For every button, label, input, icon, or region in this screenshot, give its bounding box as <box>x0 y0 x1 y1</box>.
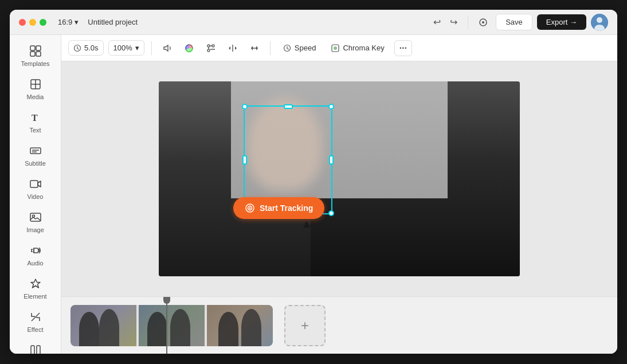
effects-button[interactable] <box>202 41 220 56</box>
color-wheel-button[interactable] <box>181 41 198 56</box>
audio-label: Audio <box>27 260 43 267</box>
speed-icon <box>283 44 292 53</box>
sync-button[interactable] <box>475 15 491 29</box>
handle-top-mid[interactable] <box>284 104 293 109</box>
aspect-ratio-label: 16:9 <box>58 18 72 26</box>
subtitle-label: Subtitle <box>25 160 46 167</box>
cursor-indicator: ▲ <box>301 218 312 229</box>
avatar <box>591 14 608 31</box>
svg-point-1 <box>482 21 484 24</box>
sidebar-item-templates[interactable]: Templates <box>13 40 58 72</box>
svg-point-24 <box>212 45 214 47</box>
sidebar-item-video[interactable]: Video <box>13 173 58 205</box>
svg-rect-16 <box>30 181 38 187</box>
svg-rect-13 <box>30 148 41 154</box>
more-options-button[interactable]: ··· <box>394 40 412 56</box>
maximize-button[interactable] <box>40 19 46 26</box>
svg-text:T: T <box>32 113 38 123</box>
sidebar-item-effect[interactable]: Effect <box>13 306 58 338</box>
element-label: Element <box>23 293 46 300</box>
media-label: Media <box>27 93 44 100</box>
image-label: Image <box>26 226 44 233</box>
subtitle-icon <box>29 144 42 158</box>
start-tracking-button[interactable]: Start Tracking <box>233 197 324 219</box>
timeline-clip-3[interactable] <box>207 305 273 346</box>
video-icon <box>29 177 42 191</box>
svg-point-18 <box>32 215 34 217</box>
aspect-ratio-button[interactable]: 16:9 ▾ <box>53 15 83 29</box>
flip-button[interactable] <box>224 41 241 56</box>
sidebar-item-image[interactable]: Image <box>13 206 58 238</box>
handle-top-right[interactable] <box>328 104 334 109</box>
canvas-area: Start Tracking ▲ <box>61 61 617 296</box>
duration-value: 5.0s <box>84 44 99 52</box>
handle-mid-right[interactable] <box>329 155 334 165</box>
start-tracking-label: Start Tracking <box>260 203 313 213</box>
svg-rect-7 <box>30 52 35 56</box>
handle-top-left[interactable] <box>242 104 248 109</box>
image-icon <box>29 210 42 224</box>
close-button[interactable] <box>19 19 26 26</box>
project-name[interactable]: Untitled project <box>88 18 138 26</box>
chroma-key-label: Chroma Key <box>343 44 384 52</box>
add-clip-button[interactable]: + <box>284 305 326 346</box>
add-clip-icon: + <box>301 318 309 334</box>
sidebar-item-audio[interactable]: Audio <box>13 239 58 271</box>
svg-point-3 <box>597 17 602 23</box>
chevron-icon: ▾ <box>135 44 139 52</box>
sidebar-item-text[interactable]: T Text <box>13 106 58 138</box>
tools-icon <box>29 343 42 354</box>
toolbar-divider-1 <box>151 41 152 55</box>
text-label: Text <box>29 127 41 134</box>
video-label: Video <box>28 193 44 200</box>
text-icon: T <box>29 111 42 124</box>
traffic-lights <box>19 19 46 26</box>
redo-button[interactable]: ↪ <box>446 14 461 30</box>
templates-icon <box>29 44 42 58</box>
zoom-value: 100% <box>113 44 132 52</box>
speed-button[interactable]: Speed <box>277 40 322 56</box>
svg-point-25 <box>207 49 210 52</box>
handle-bottom-right[interactable] <box>328 210 334 216</box>
minimize-button[interactable] <box>29 19 36 26</box>
audio-icon <box>29 244 42 257</box>
export-button[interactable]: Export → <box>537 14 586 30</box>
effect-icon <box>29 310 42 324</box>
undo-button[interactable]: ↩ <box>430 14 444 30</box>
templates-label: Templates <box>21 60 49 67</box>
handle-mid-left[interactable] <box>242 155 247 165</box>
export-label: Export → <box>546 18 577 26</box>
divider <box>468 15 468 29</box>
svg-rect-5 <box>30 46 35 50</box>
effect-label: Effect <box>28 326 44 333</box>
timeline-clip-1[interactable] <box>70 305 136 346</box>
timeline-area: + <box>61 296 617 354</box>
speed-label: Speed <box>295 44 316 52</box>
volume-button[interactable] <box>159 41 176 56</box>
sidebar-item-media[interactable]: Media <box>13 73 58 105</box>
chroma-key-icon <box>331 44 340 53</box>
playhead[interactable] <box>166 297 167 354</box>
svg-rect-6 <box>36 46 41 50</box>
svg-point-34 <box>249 208 251 209</box>
duration-display: 5.0s <box>68 40 104 56</box>
editor-toolbar: 5.0s 100% ▾ <box>61 35 617 61</box>
element-icon <box>29 277 42 291</box>
svg-rect-20 <box>37 346 40 354</box>
sidebar-item-tools[interactable]: Tools <box>13 339 58 354</box>
zoom-selector[interactable]: 100% ▾ <box>108 40 144 56</box>
title-bar-right: ↩ ↪ Save Export → <box>430 14 608 31</box>
sidebar-item-element[interactable]: Element <box>13 272 58 304</box>
svg-rect-17 <box>30 213 41 221</box>
sidebar-item-subtitle[interactable]: Subtitle <box>13 139 58 171</box>
timeline-track <box>70 305 273 346</box>
title-bar-center: 16:9 ▾ Untitled project <box>53 15 423 29</box>
tracking-icon <box>245 203 255 213</box>
clock-icon <box>73 44 81 52</box>
content-area: 5.0s 100% ▾ <box>61 35 617 354</box>
mirror-button[interactable] <box>246 41 263 56</box>
chroma-key-button[interactable]: Chroma Key <box>326 40 389 56</box>
timeline-clip-2[interactable] <box>139 305 205 346</box>
app-window: 16:9 ▾ Untitled project ↩ ↪ Save Export … <box>10 10 617 354</box>
save-button[interactable]: Save <box>496 14 532 30</box>
